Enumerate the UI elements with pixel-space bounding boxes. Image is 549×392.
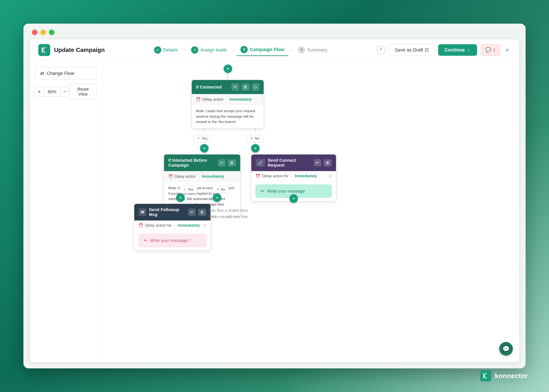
pencil-icon-connect: ✏ [261, 189, 264, 194]
add-node-yes-2[interactable]: + [176, 193, 185, 202]
main-body: ⇄ Change Flow + 80% − Reset View [30, 61, 519, 362]
connect-actions: ✏ 🗑 [314, 159, 332, 166]
end-flow-line1: This flow is ended here [208, 208, 248, 214]
delay-label-followup: Delay action for [145, 223, 172, 228]
if-connected-node: If Connected ✏ 🗑 ▷ ⏰ Delay action · Imme… [192, 80, 264, 128]
change-flow-button[interactable]: ⇄ Change Flow [35, 67, 97, 80]
followup-actions: ✏ 🗑 [188, 209, 206, 216]
branding-name: konnector [495, 372, 528, 380]
save-draft-label: Save as Draft [395, 47, 423, 53]
yes-label-2: ✓ Yes [180, 186, 197, 193]
if-interacted-title: If Interacted Before Campaign [168, 158, 218, 168]
edit-connect[interactable]: ✏ [314, 159, 321, 166]
followup-collapse-icon[interactable]: ∧ [203, 223, 206, 228]
delay-value: Immediately [229, 97, 252, 102]
zoom-in-button[interactable]: + [35, 87, 43, 97]
delete-if-connected[interactable]: 🗑 [242, 84, 250, 91]
add-node-yes-1[interactable]: + [200, 144, 208, 153]
edit-if-connected[interactable]: ✏ [231, 84, 239, 91]
close-button[interactable]: × [504, 45, 511, 55]
if-connected-actions: ✏ 🗑 ▷ [231, 84, 259, 91]
header-right: ? Save as Draft ⊡ Continue → 💬 1 × [377, 44, 511, 56]
if-interacted-actions: ✏ 🗑 [218, 159, 236, 166]
delete-connect[interactable]: 🗑 [324, 159, 332, 166]
step-campaign-flow[interactable]: 3 Campaign Flow [237, 44, 288, 56]
send-connect-title: Send Connect Request [268, 158, 314, 168]
reset-view-button[interactable]: Reset View [69, 84, 97, 99]
connect-collapse-icon[interactable]: ∧ [329, 174, 332, 178]
logo-icon [38, 44, 50, 56]
continue-button[interactable]: Continue → [438, 44, 477, 56]
save-draft-button[interactable]: Save as Draft ⊡ [389, 44, 435, 56]
connect-icon: 🔗 [256, 159, 265, 167]
page-title: Update Campaign [54, 47, 105, 53]
step-icon-campaign: 3 [240, 46, 248, 53]
delete-if-interacted[interactable]: 🗑 [228, 159, 236, 166]
add-node-no-1[interactable]: + [251, 144, 260, 153]
comment-button[interactable]: 💬 1 [480, 44, 500, 56]
save-icon: ⊡ [425, 47, 429, 53]
step-details[interactable]: ✓ Details [150, 44, 181, 56]
branding: konnector [480, 370, 528, 381]
no-x-icon: ✕ [250, 136, 253, 141]
delete-followup[interactable]: 🗑 [198, 209, 206, 216]
app-window: Update Campaign ✓ Details › ✓ Assign lea… [23, 24, 526, 368]
pencil-icon-followup: ✏ [144, 238, 147, 243]
step-icon-details: ✓ [154, 46, 161, 54]
help-button[interactable]: ? [377, 46, 385, 54]
traffic-light-green[interactable] [49, 30, 55, 35]
traffic-lights [32, 30, 55, 35]
edit-if-interacted[interactable]: ✏ [218, 159, 225, 166]
play-if-connected[interactable]: ▷ [252, 84, 259, 91]
delay-label-connect: Delay action for [262, 174, 289, 178]
delay-icon-2: ⏰ [168, 174, 173, 179]
traffic-light-yellow[interactable] [41, 30, 46, 35]
chat-float-button[interactable]: 💬 [499, 342, 513, 356]
flow-canvas: + If Connected ✏ 🗑 ▷ ⏰ Delay action [102, 61, 519, 362]
yes-check-icon-2: ✓ [183, 187, 186, 192]
step-assign-leads[interactable]: ✓ Assign leads [187, 44, 231, 56]
no-text-2: No [221, 188, 225, 192]
delay-value-2: Immediately [202, 174, 224, 179]
comment-icon: 💬 [485, 47, 491, 53]
delay-val-connect: Immediately [295, 174, 317, 178]
yes-text-2: Yes [188, 188, 194, 192]
yes-check-icon: ✓ [197, 136, 200, 141]
add-node-no-2[interactable]: + [213, 193, 221, 202]
write-followup-msg[interactable]: ✏ Write your message * [139, 234, 206, 247]
continue-label: Continue → [445, 47, 471, 53]
end-flow-line2: Click + to add new flow [208, 214, 248, 220]
end-flow-text: This flow is ended here Click + to add n… [208, 208, 248, 220]
send-followup-title: Send Followup Msg [149, 207, 188, 217]
step-label-details: Details [163, 47, 178, 53]
connect-delay-row: ⏰ Delay action for · Immediately ∧ [251, 171, 336, 181]
yes-label-1: ✓ Yes [194, 135, 211, 142]
change-flow-label: Change Flow [47, 71, 74, 76]
yes-text-1: Yes [202, 136, 208, 141]
no-x-icon-2: ✕ [216, 187, 219, 192]
zoom-controls: + 80% − Reset View [35, 84, 97, 99]
step-label-assign: Assign leads [201, 47, 227, 53]
comment-count: 1 [493, 47, 495, 53]
no-label-2: ✕ No [213, 186, 229, 193]
write-followup-label: Write your message * [150, 238, 191, 243]
nav-steps: ✓ Details › ✓ Assign leads › 3 Campaign … [113, 44, 368, 56]
step-sep-3: › [291, 47, 292, 53]
if-connected-body: Note: Leads that accept your request any… [192, 105, 264, 128]
step-summary[interactable]: 4 Summary [294, 44, 331, 56]
zoom-out-button[interactable]: − [60, 87, 69, 97]
app-container: Update Campaign ✓ Details › ✓ Assign lea… [30, 39, 519, 362]
delay-val-followup: Immediately [178, 223, 200, 228]
if-connected-header: If Connected ✏ 🗑 ▷ [192, 80, 264, 94]
change-flow-icon: ⇄ [40, 71, 44, 76]
delay-icon-connect: ⏰ [256, 174, 260, 178]
send-followup-node: ✉ Send Followup Msg ✏ 🗑 ⏰ Delay action f… [134, 204, 211, 251]
edit-followup[interactable]: ✏ [188, 209, 195, 216]
add-node-connect-bottom[interactable]: + [289, 194, 298, 203]
no-label-1: ✕ No [247, 135, 263, 142]
if-interacted-delay: ⏰ Delay action · Immediately [164, 171, 240, 182]
delay-label: Delay action [202, 97, 223, 102]
traffic-light-red[interactable] [32, 30, 37, 35]
delay-icon: ⏰ [196, 97, 201, 102]
add-node-top[interactable]: + [224, 64, 232, 73]
